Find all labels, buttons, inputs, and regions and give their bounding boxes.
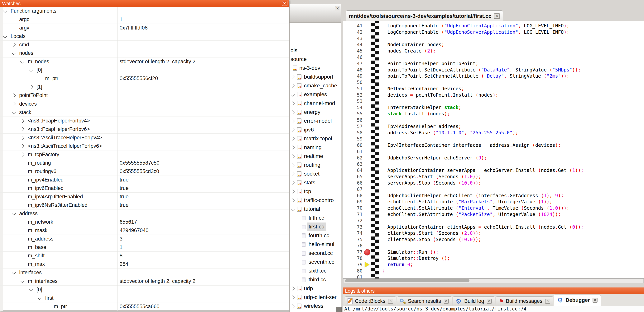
watch-row[interactable]: interfaces [0,269,290,277]
tree-item-ols[interactable]: ols [290,46,341,55]
tree-item-channel-mod[interactable]: channel-mod [290,99,341,108]
tree-item-cmake-cache[interactable]: cmake_cache [290,81,341,90]
line-number[interactable]: 42 [343,29,362,35]
tree-item-third-cc[interactable]: third.cc [290,275,341,284]
watch-row[interactable]: [0] [0,66,290,74]
watch-row[interactable]: <ns3::PcapHelperForIpv4> [0,117,290,125]
tree-item-first-cc[interactable]: first.cc [290,222,341,231]
watch-row[interactable]: m_base1 [0,243,290,252]
code-line-72[interactable]: 72 [343,218,644,224]
line-number[interactable]: 81 [343,274,362,279]
logs-tab-search-results[interactable]: Search results✕ [397,297,452,306]
close-icon[interactable]: ✕ [592,298,598,303]
code-line-55[interactable]: 55 stack.Install (nodes); [343,111,644,117]
watch-row[interactable]: nodes [0,49,290,57]
logs-tab-build-log[interactable]: ⚙Build log✕ [452,297,495,306]
line-number[interactable]: 78 [343,255,362,262]
chevron-right-icon[interactable] [291,287,295,291]
watch-row[interactable]: [1] [0,83,290,91]
code-line-47[interactable]: 47 PointToPointHelper pointToPoint; [343,61,644,67]
close-icon[interactable]: ✕ [487,299,492,304]
code-editor[interactable]: 41 LogComponentEnable ("UdpEchoClientApp… [343,21,644,279]
tree-item-fourth-cc[interactable]: fourth.cc [290,231,341,240]
line-number[interactable]: 52 [343,92,362,98]
code-line-54[interactable]: 54 InternetStackHelper stack; [343,104,644,111]
watch-row[interactable]: m_nodesstd::vector of length 2, capacity… [0,57,290,66]
chevron-right-icon[interactable] [291,119,295,123]
chevron-down-icon[interactable] [12,110,16,114]
tree-item-label[interactable]: channel-mod [304,99,335,108]
code-line-79[interactable]: 79 return 0; [343,262,644,268]
code-line-68[interactable]: 68 UdpEchoClientHelper echoClient (inter… [343,193,644,199]
tree-item-label[interactable]: udp [304,284,313,293]
line-number[interactable]: 54 [343,104,362,111]
close-icon[interactable]: ✕ [282,1,288,6]
tree-item-label[interactable]: fifth.cc [308,214,324,222]
code-line-70[interactable]: 70 echoClient.SetAttribute ("Interval", … [343,205,644,211]
watch-row[interactable]: m_ipv6NsRsJitterEnabledtrue [0,201,290,209]
tree-item-label[interactable]: ns-3-dev [299,64,320,72]
code-line-41[interactable]: 41 LogComponentEnable ("UdpEchoClientApp… [343,23,644,29]
line-number[interactable]: 73 [343,224,362,230]
chevron-right-icon[interactable] [12,93,16,97]
chevron-down-icon[interactable] [29,68,33,72]
chevron-down-icon[interactable] [291,207,295,211]
line-number[interactable]: 75 [343,236,362,243]
chevron-right-icon[interactable] [291,189,295,193]
code-line-42[interactable]: 42 LogComponentEnable ("UdpEchoServerApp… [343,29,644,35]
tree-item-source[interactable]: source [290,55,341,64]
watch-row[interactable]: stack [0,108,290,117]
code-line-69[interactable]: 69 echoClient.SetAttribute ("MaxPackets"… [343,199,644,205]
line-number[interactable]: 63 [343,161,362,167]
line-number[interactable]: 48 [343,67,362,73]
chevron-down-icon[interactable] [20,59,24,63]
chevron-right-icon[interactable] [291,154,295,158]
tree-item-ns-3-dev[interactable]: ns-3-dev [290,64,341,73]
tree-item-tcp[interactable]: tcp [290,187,341,196]
watches-titlebar[interactable]: Watches ✕ [0,0,289,7]
line-number[interactable]: 62 [343,155,362,161]
watch-row[interactable]: cmd [0,41,290,49]
tree-item-label[interactable]: naming [304,143,322,152]
code-line-52[interactable]: 52 devices = pointToPoint.Install (nodes… [343,92,644,98]
tree-item-tutorial[interactable]: tutorial [290,205,341,214]
code-line-59[interactable]: 59 [343,136,644,142]
line-number[interactable]: 46 [343,54,362,61]
chevron-right-icon[interactable] [291,84,295,88]
chevron-down-icon[interactable] [12,211,16,215]
tree-item-label[interactable]: cmake_cache [304,81,337,90]
code-line-49[interactable]: 49 pointToPoint.SetChannelAttribute ("De… [343,73,644,79]
tree-item-label[interactable]: traffic-contro [304,196,334,204]
close-icon[interactable]: ✕ [335,6,340,11]
code-line-60[interactable]: 60 Ipv4InterfaceContainer interfaces = a… [343,142,644,149]
line-number[interactable]: 57 [343,123,362,130]
tree-item-udp[interactable]: udp [290,284,341,293]
chevron-down-icon[interactable] [12,270,16,275]
watch-row[interactable]: m_tcpFactory [0,151,290,159]
watch-row[interactable]: argv0x7fffffffdf08 [0,24,290,32]
chevron-right-icon[interactable] [291,128,295,132]
watch-row[interactable]: m_network655617 [0,218,290,226]
tree-item-label[interactable]: second.cc [308,249,333,257]
projects-panel-header[interactable]: ✕ [290,4,341,23]
code-line-71[interactable]: 71 echoClient.SetAttribute ("PacketSize"… [343,211,644,218]
line-number[interactable]: 71 [343,211,362,218]
code-line-43[interactable]: 43 [343,35,644,42]
watch-row[interactable]: m_mask4294967040 [0,226,290,235]
tree-item-second-cc[interactable]: second.cc [290,249,341,258]
tree-item-label[interactable]: buildsupport [304,73,333,81]
line-number[interactable]: 66 [343,180,362,186]
code-line-74[interactable]: 74 clientApps.Start (Seconds (2.0)); [343,230,644,236]
chevron-right-icon[interactable] [291,137,295,141]
tree-item-label[interactable]: error-model [304,117,332,125]
line-number[interactable]: 41 [343,23,362,29]
chevron-right-icon[interactable] [291,181,295,185]
watch-row[interactable]: <ns3::PcapHelperForIpv6> [0,125,290,134]
scrollbar-corner-grip[interactable] [336,307,342,312]
chevron-right-icon[interactable] [291,163,295,167]
logs-panel-titlebar[interactable]: Logs & others [343,288,644,294]
tree-item-label-selected[interactable]: first.cc [307,222,326,231]
chevron-down-icon[interactable] [3,9,7,13]
code-line-78[interactable]: 78 Simulator::Destroy (); [343,255,644,262]
tree-item-label[interactable]: routing [304,161,320,169]
